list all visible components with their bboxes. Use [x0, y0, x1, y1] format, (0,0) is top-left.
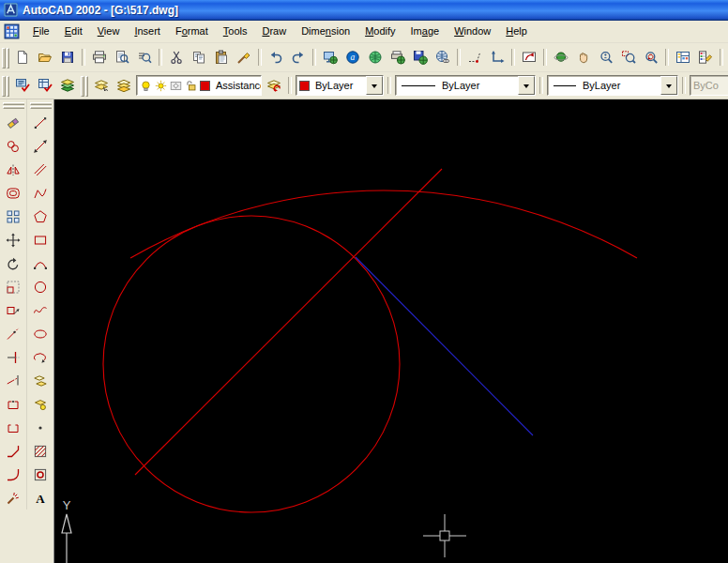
- rectangle-button[interactable]: [28, 228, 53, 251]
- zoom-previous-button[interactable]: [640, 46, 662, 68]
- lineweight-combo[interactable]: ByLayer: [547, 75, 678, 96]
- trim-button[interactable]: [1, 345, 25, 369]
- autocad-app-icon[interactable]: [4, 3, 18, 17]
- point-button[interactable]: [28, 416, 53, 439]
- break-at-point-button[interactable]: [1, 392, 25, 416]
- erase-button[interactable]: [1, 111, 25, 134]
- menu-file[interactable]: File: [25, 23, 57, 40]
- color-combo[interactable]: ByLayer: [296, 75, 384, 96]
- chamfer-button[interactable]: [1, 439, 25, 463]
- line-button[interactable]: [28, 111, 53, 134]
- drawing-canvas[interactable]: Y: [53, 99, 728, 563]
- cut-button[interactable]: [165, 46, 188, 68]
- layer-state-save-button[interactable]: [11, 74, 34, 97]
- etransmit-button[interactable]: [409, 46, 432, 68]
- named-views-button[interactable]: [518, 46, 540, 68]
- diagonal-line-entity[interactable]: [135, 169, 442, 475]
- designcenter-button[interactable]: [672, 46, 694, 68]
- menu-edit[interactable]: Edit: [57, 23, 90, 40]
- multiline-button[interactable]: [28, 158, 53, 181]
- match-properties-button[interactable]: [233, 46, 255, 68]
- stretch-button[interactable]: [1, 298, 25, 322]
- arc-entity[interactable]: [130, 190, 637, 258]
- make-block-button[interactable]: [28, 392, 53, 416]
- construction-line-button[interactable]: [28, 134, 53, 158]
- find-button[interactable]: [133, 46, 156, 68]
- menu-tools[interactable]: Tools: [216, 23, 255, 40]
- title-bar[interactable]: AutoCAD 2002 - [G:\517.dwg]: [0, 0, 728, 21]
- linetype-combo-dropdown-button[interactable]: [518, 76, 535, 95]
- save-button[interactable]: [56, 46, 79, 68]
- copy-button[interactable]: [188, 46, 210, 68]
- menu-modify[interactable]: Modify: [357, 23, 402, 40]
- toolbar-grip[interactable]: [30, 102, 51, 109]
- padlock-unlocked-icon[interactable]: [184, 79, 197, 92]
- menu-view[interactable]: View: [90, 23, 128, 40]
- fillet-button[interactable]: [1, 463, 25, 486]
- menu-draw[interactable]: Draw: [254, 23, 294, 40]
- new-button[interactable]: [11, 46, 34, 68]
- print-button[interactable]: [88, 46, 111, 68]
- zoom-realtime-button[interactable]: [595, 46, 617, 68]
- mirror-button[interactable]: [1, 158, 25, 181]
- pan-realtime-button[interactable]: [572, 46, 595, 68]
- eplot-button[interactable]: [387, 46, 409, 68]
- toolbar-grip[interactable]: [2, 76, 9, 95]
- color-combo-dropdown-button[interactable]: [366, 76, 383, 95]
- ellipse-arc-button[interactable]: [28, 345, 53, 369]
- open-button[interactable]: [34, 46, 56, 68]
- multiline-text-button[interactable]: A: [28, 486, 53, 510]
- layers-button[interactable]: [113, 74, 135, 97]
- menu-format[interactable]: Format: [168, 23, 216, 40]
- array-button[interactable]: [1, 205, 25, 228]
- menu-insert[interactable]: Insert: [127, 23, 168, 40]
- spline-button[interactable]: [28, 298, 53, 322]
- menu-window[interactable]: Window: [447, 23, 498, 40]
- region-button[interactable]: [28, 463, 53, 486]
- explode-button[interactable]: [1, 486, 25, 510]
- rotate-button[interactable]: [1, 251, 25, 275]
- drawing-window-icon[interactable]: [4, 23, 20, 39]
- extend-button[interactable]: [1, 369, 25, 392]
- copy-object-button[interactable]: [1, 134, 25, 158]
- ellipse-button[interactable]: [28, 322, 53, 345]
- arc-button[interactable]: [28, 251, 53, 275]
- viewport-freeze-icon[interactable]: [169, 79, 182, 92]
- polygon-button[interactable]: [28, 205, 53, 228]
- 3d-orbit-button[interactable]: [550, 46, 572, 68]
- insert-block-button[interactable]: [28, 369, 53, 392]
- menu-image[interactable]: Image: [403, 23, 447, 40]
- today-button[interactable]: [319, 46, 341, 68]
- circle-entity[interactable]: [103, 216, 400, 512]
- ucs-button[interactable]: [486, 46, 508, 68]
- properties-button[interactable]: [694, 46, 717, 68]
- make-object-layer-current-button[interactable]: [90, 74, 113, 97]
- lengthen-button[interactable]: [1, 322, 25, 345]
- layer-manager-button[interactable]: [56, 74, 79, 97]
- point-a-button[interactable]: a: [341, 46, 364, 68]
- toolbar-grip[interactable]: [3, 102, 23, 109]
- layer-previous-button[interactable]: [263, 74, 285, 97]
- lineweight-combo-dropdown-button[interactable]: [660, 76, 677, 95]
- print-preview-button[interactable]: [111, 46, 133, 68]
- break-button[interactable]: [1, 416, 25, 439]
- hyperlink-button[interactable]: [432, 46, 454, 68]
- blue-line-entity[interactable]: [356, 257, 533, 435]
- hatch-button[interactable]: [28, 439, 53, 463]
- temporary-tracking-button[interactable]: [463, 46, 486, 68]
- circle-button[interactable]: [28, 275, 53, 298]
- paste-button[interactable]: [210, 46, 233, 68]
- meet-now-button[interactable]: [364, 46, 387, 68]
- layer-state-restore-button[interactable]: [34, 74, 56, 97]
- menu-help[interactable]: Help: [498, 23, 535, 40]
- move-button[interactable]: [1, 228, 25, 251]
- linetype-combo[interactable]: ByLayer: [395, 75, 536, 96]
- zoom-window-button[interactable]: [617, 46, 640, 68]
- toolbar-grip[interactable]: [2, 48, 9, 67]
- scale-button[interactable]: [1, 275, 25, 298]
- offset-button[interactable]: [1, 181, 25, 205]
- undo-button[interactable]: [265, 46, 287, 68]
- lightbulb-on-icon[interactable]: [139, 79, 152, 92]
- redo-button[interactable]: [287, 46, 310, 68]
- menu-dimension[interactable]: Dimension: [294, 23, 357, 40]
